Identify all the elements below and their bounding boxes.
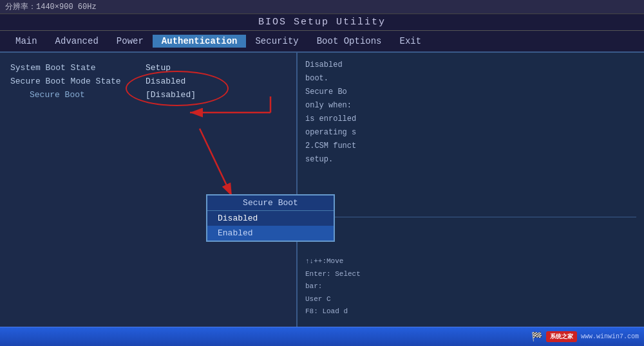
nav-hint-select: Enter: Select	[305, 269, 636, 280]
help-line-7: 2.CSM funct	[305, 140, 636, 152]
secure-boot-label[interactable]: Secure Boot	[10, 90, 146, 100]
nav-item-power[interactable]: Power	[108, 35, 153, 48]
help-line-3: Secure Bo	[305, 86, 636, 98]
dropdown-item-enabled[interactable]: Enabled	[207, 226, 334, 241]
nav-hint-move: ↑↓++:Move	[305, 256, 636, 267]
nav-hint-load: F8: Load d	[305, 306, 636, 317]
help-line-1: Disabled	[305, 59, 636, 71]
windows-flag-icon: 🏁	[531, 331, 542, 342]
left-panel: System Boot State Setup Secure Boot Mode…	[0, 53, 296, 327]
dropdown-title: Secure Boot	[207, 196, 334, 211]
nav-item-advanced[interactable]: Advanced	[46, 35, 108, 48]
nav-item-boot-options[interactable]: Boot Options	[308, 35, 391, 48]
nav-hint-user: User C	[305, 294, 636, 305]
svg-line-4	[200, 129, 232, 196]
secure-boot-mode-value: Disabled	[146, 77, 185, 86]
help-line-2: boot.	[305, 73, 636, 84]
nav-hint-bar: bar:	[305, 281, 636, 292]
main-content: System Boot State Setup Secure Boot Mode…	[0, 53, 644, 327]
nav-bar: Main Advanced Power Authentication Secur…	[0, 31, 644, 53]
windows-taskbar: 🏁 系统之家 www.winwin7.com	[0, 327, 644, 346]
brand-badge: 系统之家	[546, 331, 577, 342]
secure-boot-dropdown: Secure Boot Disabled Enabled	[206, 194, 335, 242]
help-line-6: operating s	[305, 127, 636, 138]
resolution-bar: 分辨率：1440×900 60Hz	[0, 0, 644, 14]
system-boot-state-label: System Boot State	[10, 63, 146, 73]
right-panel: Disabled boot. Secure Bo only when: is e…	[296, 53, 644, 327]
bios-title: BIOS Setup Utility	[0, 14, 644, 31]
nav-item-authentication[interactable]: Authentication	[153, 35, 247, 48]
nav-item-security[interactable]: Security	[246, 35, 307, 48]
help-line-5: is enrolled	[305, 113, 636, 125]
secure-boot-value: [Disabled]	[146, 90, 196, 104]
nav-item-main[interactable]: Main	[6, 35, 46, 48]
website-text: www.winwin7.com	[581, 333, 639, 340]
help-line-8: setup.	[305, 154, 636, 165]
system-boot-state-value: Setup	[146, 63, 171, 73]
help-line-4: only when:	[305, 100, 636, 111]
dropdown-item-disabled[interactable]: Disabled	[207, 211, 334, 226]
nav-item-exit[interactable]: Exit	[391, 35, 431, 48]
resolution-text: 分辨率：1440×900 60Hz	[5, 1, 97, 12]
bios-title-text: BIOS Setup Utility	[258, 17, 386, 28]
secure-boot-mode-label: Secure Boot Mode State	[10, 77, 146, 86]
